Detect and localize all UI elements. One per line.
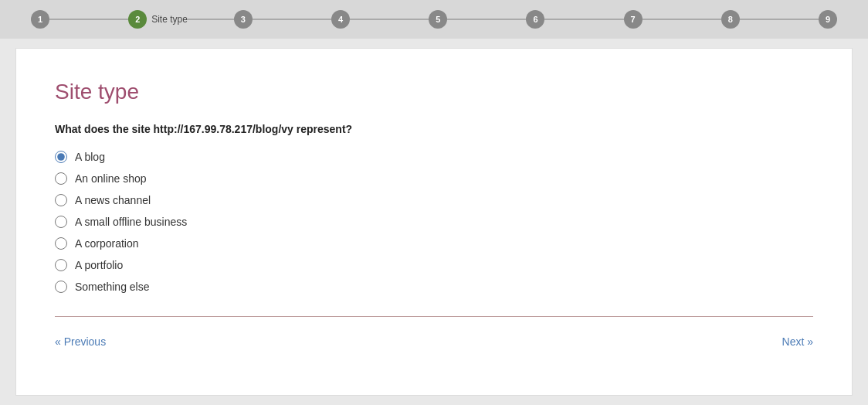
label-portfolio: A portfolio bbox=[75, 259, 123, 271]
radio-blog[interactable] bbox=[55, 151, 67, 163]
step-8: 8 bbox=[721, 10, 819, 29]
previous-button[interactable]: « Previous bbox=[55, 335, 106, 348]
radio-news-channel[interactable] bbox=[55, 194, 67, 206]
step-line-1 bbox=[49, 19, 128, 20]
step-line-5 bbox=[447, 19, 526, 20]
step-7: 7 bbox=[624, 10, 721, 29]
radio-portfolio[interactable] bbox=[55, 259, 67, 271]
step-circle-2: 2 bbox=[128, 10, 147, 29]
option-blog[interactable]: A blog bbox=[55, 151, 813, 163]
step-line-3 bbox=[253, 19, 331, 20]
step-circle-9: 9 bbox=[819, 10, 837, 29]
step-circle-5: 5 bbox=[429, 10, 447, 29]
option-corporation[interactable]: A corporation bbox=[55, 237, 813, 250]
radio-something-else[interactable] bbox=[55, 281, 67, 293]
step-line-2 bbox=[188, 19, 234, 20]
progress-bar: 1 2 Site type 3 4 5 6 7 8 9 bbox=[0, 0, 868, 39]
option-news-channel[interactable]: A news channel bbox=[55, 194, 813, 206]
section-divider bbox=[55, 316, 813, 317]
step-2-label: Site type bbox=[151, 14, 188, 25]
page-title: Site type bbox=[55, 80, 813, 104]
label-corporation: A corporation bbox=[75, 237, 139, 250]
label-blog: A blog bbox=[75, 151, 105, 163]
step-2: 2 Site type bbox=[128, 10, 234, 29]
next-button[interactable]: Next » bbox=[782, 335, 813, 348]
step-1: 1 bbox=[31, 10, 128, 29]
step-line-8 bbox=[740, 19, 819, 20]
main-content: Site type What does the site http://167.… bbox=[15, 48, 853, 396]
step-circle-3: 3 bbox=[234, 10, 253, 29]
radio-online-shop[interactable] bbox=[55, 172, 67, 185]
label-news-channel: A news channel bbox=[75, 194, 151, 206]
step-line-6 bbox=[544, 19, 623, 20]
step-line-4 bbox=[350, 19, 429, 20]
nav-buttons: « Previous Next » bbox=[55, 335, 813, 348]
step-9: 9 bbox=[819, 10, 837, 29]
radio-corporation[interactable] bbox=[55, 237, 67, 250]
step-circle-8: 8 bbox=[721, 10, 740, 29]
step-circle-1: 1 bbox=[31, 10, 49, 29]
label-online-shop: An online shop bbox=[75, 172, 147, 185]
label-something-else: Something else bbox=[75, 281, 150, 293]
step-line-7 bbox=[643, 19, 721, 20]
step-circle-4: 4 bbox=[331, 10, 350, 29]
question-label: What does the site http://167.99.78.217/… bbox=[55, 123, 813, 135]
step-circle-6: 6 bbox=[526, 10, 544, 29]
step-3: 3 bbox=[234, 10, 331, 29]
step-6: 6 bbox=[526, 10, 623, 29]
option-portfolio[interactable]: A portfolio bbox=[55, 259, 813, 271]
option-small-business[interactable]: A small offline business bbox=[55, 216, 813, 228]
site-type-options: A blog An online shop A news channel A s… bbox=[55, 151, 813, 293]
step-5: 5 bbox=[429, 10, 526, 29]
step-circle-7: 7 bbox=[624, 10, 643, 29]
step-4: 4 bbox=[331, 10, 429, 29]
option-something-else[interactable]: Something else bbox=[55, 281, 813, 293]
radio-small-business[interactable] bbox=[55, 216, 67, 228]
option-online-shop[interactable]: An online shop bbox=[55, 172, 813, 185]
label-small-business: A small offline business bbox=[75, 216, 187, 228]
